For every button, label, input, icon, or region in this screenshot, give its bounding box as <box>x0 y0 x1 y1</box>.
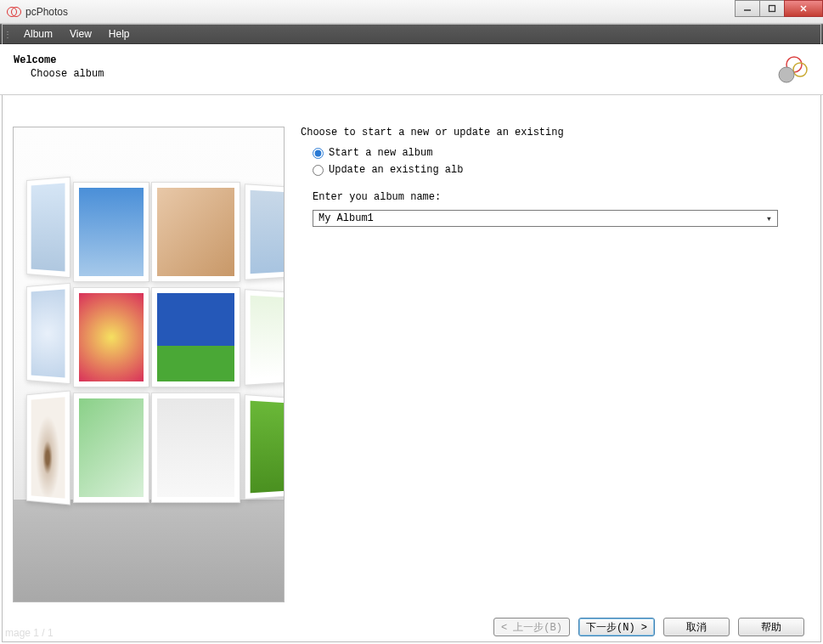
option-update-album[interactable]: Update an existing alb <box>313 164 797 176</box>
close-button[interactable] <box>784 0 823 17</box>
album-name-combobox[interactable]: My Album1 ▼ <box>313 210 778 227</box>
instruction-text: Choose to start a new or update an exist… <box>301 127 797 138</box>
page-counter: mage 1 / 1 <box>5 627 54 639</box>
maximize-button[interactable] <box>759 0 785 17</box>
minimize-button[interactable] <box>735 0 760 17</box>
menu-view[interactable]: View <box>61 25 100 42</box>
menu-help[interactable]: Help <box>100 25 138 42</box>
titlebar: pcPhotos <box>0 0 823 24</box>
page-title: Welcome <box>14 54 104 66</box>
svg-point-6 <box>779 67 794 82</box>
radio-new-label: Start a new album <box>329 147 432 159</box>
menubar-grip-icon: ⋮ <box>3 30 12 39</box>
app-logo-icon <box>774 54 808 85</box>
album-preview-image <box>13 127 285 602</box>
cancel-button[interactable]: 取消 <box>663 618 730 636</box>
album-name-label: Enter you album name: <box>313 191 797 203</box>
radio-update-album[interactable] <box>313 165 324 176</box>
chevron-down-icon: ▼ <box>767 215 775 223</box>
radio-new-album[interactable] <box>313 148 324 159</box>
wizard-button-bar: < 上一步(B) 下一步(N) > 取消 帮助 <box>0 610 823 644</box>
help-button[interactable]: 帮助 <box>738 618 804 636</box>
back-button[interactable]: < 上一步(B) <box>493 618 570 636</box>
wizard-header: Welcome Choose album <box>0 44 823 95</box>
page-subtitle: Choose album <box>14 68 104 80</box>
window-title: pcPhotos <box>25 6 68 18</box>
window-controls <box>736 0 823 17</box>
form-pane: Choose to start a new or update an exist… <box>285 96 822 609</box>
svg-rect-1 <box>769 6 775 12</box>
app-icon <box>7 5 20 19</box>
album-name-value: My Album1 <box>318 212 374 224</box>
next-button[interactable]: 下一步(N) > <box>578 618 655 636</box>
preview-pane <box>1 96 285 609</box>
menubar: ⋮ Album View Help <box>0 24 823 44</box>
radio-update-label: Update an existing alb <box>329 164 463 176</box>
menu-album[interactable]: Album <box>15 25 61 42</box>
option-new-album[interactable]: Start a new album <box>313 147 797 159</box>
